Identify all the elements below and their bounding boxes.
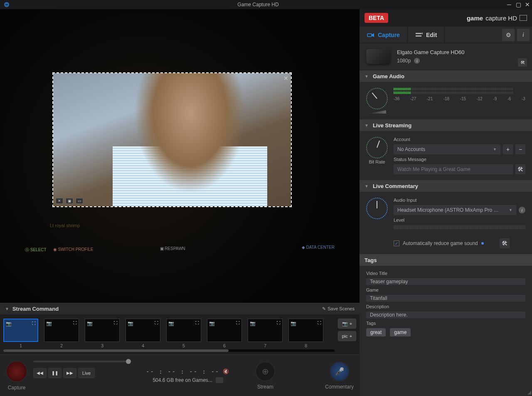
tab-capture[interactable]: Capture — [360, 27, 408, 43]
remove-account-button[interactable]: − — [515, 144, 525, 154]
device-panel: Elgato Game Capture HD60 1080p i 🛠 — [360, 43, 532, 70]
scene-thumb-7[interactable]: 📷⛶ — [248, 319, 283, 342]
pause-button[interactable]: ❚❚ — [48, 368, 62, 378]
mute-icon[interactable]: 🔇 — [223, 369, 230, 374]
tab-edit[interactable]: Edit — [408, 27, 445, 43]
scene-thumb-1[interactable]: 📷⛶ — [3, 319, 38, 342]
snapshot-button[interactable] — [216, 377, 223, 383]
maximize-button[interactable]: ▢ — [515, 1, 521, 8]
resize-grip[interactable]: ◢ — [527, 389, 531, 395]
commentary-level-slider[interactable] — [394, 225, 525, 229]
webcam-overlay[interactable]: ✕ ✕ ▣ ▭ — [52, 72, 292, 207]
vu-meter — [394, 88, 525, 94]
commentary-tools-button[interactable]: 🛠 — [500, 238, 510, 248]
minimize-button[interactable]: ─ — [506, 1, 512, 8]
audio-input-select[interactable]: Headset Microphone (ASTRO MixAmp Pro …▼ — [394, 205, 516, 215]
scene-thumb-8[interactable]: 📷⛶ — [288, 319, 323, 342]
monitor-icon[interactable]: ▭ — [76, 198, 83, 204]
switch-hint: ◉ SWITCH PROFILE — [53, 247, 94, 253]
account-label: Account — [394, 137, 525, 142]
device-image — [366, 49, 390, 64]
camera-icon: 📷 — [291, 321, 296, 326]
vu-tick: -15 — [460, 97, 466, 101]
game-input[interactable] — [366, 295, 525, 302]
scene-thumb-5[interactable]: 📷⛶ — [166, 319, 201, 342]
camera-icon: 📷 — [342, 321, 348, 327]
auto-reduce-checkbox[interactable] — [394, 240, 399, 246]
add-camera-scene-button[interactable]: 📷+ — [338, 319, 356, 329]
svg-rect-4 — [416, 35, 421, 37]
section-game-audio[interactable]: ▼ Game Audio — [360, 70, 532, 82]
scene-number: 6 — [207, 343, 242, 348]
scene-number: 8 — [288, 343, 323, 348]
stream-command-title: Stream Command — [12, 306, 322, 312]
description-label: Description — [366, 304, 525, 309]
status-input[interactable] — [394, 164, 513, 174]
stream-command-header[interactable]: ▼ Stream Command Save Scenes — [0, 303, 360, 314]
tags-chips[interactable]: greatgame — [366, 328, 525, 337]
camera-icon: 📷 — [209, 321, 215, 326]
expand-icon: ⛶ — [32, 321, 36, 325]
seek-slider[interactable] — [33, 361, 129, 362]
scene-thumb-3[interactable]: 📷⛶ — [85, 319, 120, 342]
tag-chip[interactable]: great — [366, 328, 386, 337]
settings-button[interactable]: ⚙ — [502, 29, 515, 41]
bitrate-knob[interactable] — [366, 137, 388, 158]
camera-icon[interactable]: ▣ — [66, 198, 73, 204]
window-title: Game Capture HD — [10, 2, 506, 7]
app-icon — [3, 1, 10, 8]
scene-scrollbar[interactable] — [3, 349, 335, 352]
video-title-label: Video Title — [366, 271, 525, 276]
game-audio-volume-knob[interactable] — [366, 88, 388, 109]
info-button[interactable]: i — [517, 29, 530, 41]
expand-icon: ⛶ — [73, 321, 77, 325]
commentary-button[interactable]: 🎤 — [330, 361, 350, 381]
device-resolution: 1080p — [397, 58, 411, 64]
scene-thumb-4[interactable]: 📷⛶ — [126, 319, 160, 342]
scene-number: 7 — [248, 343, 283, 348]
forward-button[interactable]: ▶▶ — [63, 368, 76, 378]
scene-thumb-2[interactable]: 📷⛶ — [44, 319, 79, 342]
record-button[interactable] — [6, 361, 27, 382]
section-live-commentary[interactable]: ▼ Live Commentary — [360, 180, 532, 192]
live-button[interactable]: Live — [78, 368, 95, 378]
audio-input-label: Audio Input — [394, 198, 525, 203]
streaming-tools-button[interactable]: 🛠 — [515, 164, 525, 174]
level-label: Level — [394, 218, 525, 223]
bottom-bar: Capture ◀◀ ❚❚ ▶▶ Live -- : -- : -- : -- … — [0, 354, 360, 396]
settings-icon[interactable]: ✕ — [56, 198, 63, 204]
close-icon[interactable]: ✕ — [283, 75, 288, 82]
camera-icon: 📷 — [250, 321, 256, 326]
select-hint: Ⓐ SELECT — [25, 247, 47, 253]
device-name: Elgato Game Capture HD60 — [397, 49, 465, 55]
tag-chip[interactable]: game — [390, 328, 411, 337]
info-icon[interactable]: i — [414, 58, 420, 64]
description-input[interactable] — [366, 312, 525, 318]
account-select[interactable]: No Accounts▼ — [394, 144, 500, 154]
chevron-down-icon: ▼ — [5, 307, 9, 311]
add-pic-scene-button[interactable]: pic+ — [338, 331, 356, 341]
expand-icon[interactable] — [520, 15, 527, 21]
section-tags[interactable]: Tags — [360, 254, 532, 266]
video-title-input[interactable] — [366, 278, 525, 285]
device-tools-button[interactable]: 🛠 — [518, 58, 527, 67]
stream-label: Stream — [257, 384, 273, 390]
vu-tick: -6 — [507, 97, 511, 101]
camera-icon: 📷 — [87, 321, 93, 326]
info-icon[interactable]: i — [519, 207, 525, 213]
preview-area[interactable]: Lt royal shrimp Ⓐ SELECT ◉ SWITCH PROFIL… — [0, 9, 360, 303]
commentary-volume-knob[interactable] — [366, 198, 388, 219]
close-button[interactable]: ✕ — [525, 1, 530, 8]
stream-button[interactable]: ⊕ — [255, 361, 275, 381]
section-live-streaming[interactable]: ▼ Live Streaming — [360, 119, 532, 131]
add-account-button[interactable]: + — [503, 144, 513, 154]
chevron-down-icon: ▼ — [365, 74, 369, 79]
scene-number: 2 — [44, 343, 79, 348]
chevron-down-icon: ▼ — [365, 184, 369, 188]
rewind-button[interactable]: ◀◀ — [33, 368, 47, 378]
commentary-label: Commentary — [325, 384, 354, 390]
scene-thumb-6[interactable]: 📷⛶ — [207, 319, 242, 342]
chevron-down-icon: ▼ — [365, 123, 369, 128]
save-scenes-button[interactable]: Save Scenes — [322, 306, 355, 312]
titlebar: Game Capture HD ─ ▢ ✕ — [0, 0, 532, 9]
